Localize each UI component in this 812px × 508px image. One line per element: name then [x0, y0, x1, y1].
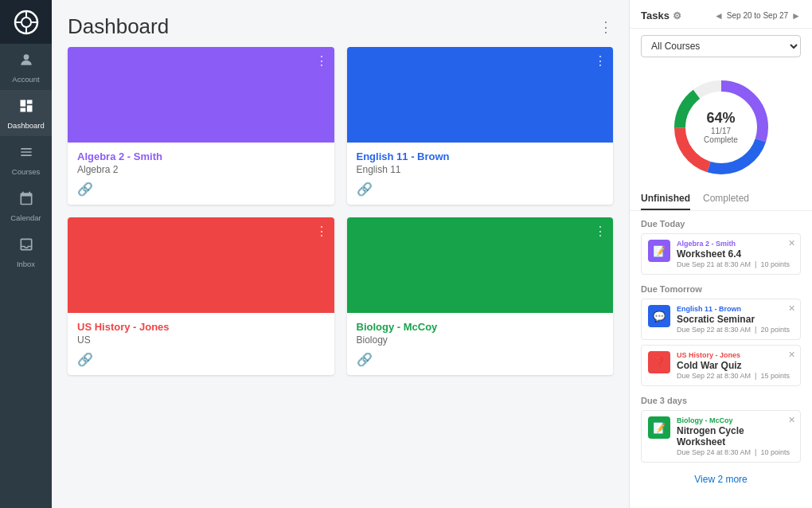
course-name-algebra: Algebra 2 - Smith: [77, 150, 325, 162]
main-content: Dashboard ⋮ ⋮ Algebra 2 - Smith Algebra …: [52, 0, 629, 508]
task-item-coldwar: ❓ US History - Jones Cold War Quiz Due S…: [641, 345, 801, 386]
course-subtitle-algebra: Algebra 2: [77, 164, 325, 175]
task-close-nitrogen[interactable]: ✕: [788, 415, 795, 425]
task-item-nitrogen: 📝 Biology - McCoy Nitrogen Cycle Workshe…: [641, 410, 801, 463]
course-name-biology: Biology - McCoy: [357, 321, 604, 333]
tasks-header: Tasks ⚙ ◄ Sep 20 to Sep 27 ►: [630, 0, 812, 29]
task-course-english: English 11 - Brown: [677, 305, 794, 313]
svg-point-6: [23, 54, 29, 60]
course-subtitle-biology: Biology: [357, 334, 604, 346]
donut-center-text: 64% 11/17 Complete: [704, 110, 738, 144]
donut-chart-container: 64% 11/17 Complete: [630, 64, 812, 190]
sidebar-item-dashboard-label: Dashboard: [7, 121, 44, 130]
page-title: Dashboard: [68, 14, 169, 39]
course-image-biology: ⋮: [347, 217, 614, 313]
due-tomorrow-label: Due Tomorrow: [641, 284, 801, 294]
task-title-coldwar: Cold War Quiz: [677, 360, 794, 371]
course-menu-english[interactable]: ⋮: [594, 53, 607, 68]
course-body-biology: Biology - McCoy Biology 🔗: [347, 313, 614, 375]
course-image-algebra: ⋮: [68, 47, 334, 143]
due-today-section: Due Today 📝 Algebra 2 - Smith Worksheet …: [630, 214, 812, 279]
donut-percent: 64%: [704, 110, 738, 127]
course-body-history: US History - Jones US 🔗: [68, 313, 334, 375]
course-image-history: ⋮: [68, 217, 334, 313]
courses-icon: [18, 144, 34, 164]
tasks-date-nav: ◄ Sep 20 to Sep 27 ►: [714, 10, 801, 21]
course-card-history[interactable]: ⋮ US History - Jones US 🔗: [68, 217, 334, 375]
course-body-algebra: Algebra 2 - Smith Algebra 2 🔗: [68, 143, 334, 205]
svg-point-1: [21, 18, 31, 27]
inbox-icon: [18, 236, 34, 256]
task-item-worksheet: 📝 Algebra 2 - Smith Worksheet 6.4 Due Se…: [641, 233, 801, 275]
course-link-icon-history: 🔗: [77, 352, 325, 367]
tasks-label: Tasks: [641, 10, 670, 21]
sidebar-item-account-label: Account: [12, 75, 39, 84]
task-content-nitrogen: Biology - McCoy Nitrogen Cycle Worksheet…: [677, 416, 794, 456]
sidebar: Account Dashboard Courses Calendar Inbox: [0, 0, 52, 508]
course-menu-biology[interactable]: ⋮: [594, 224, 607, 239]
calendar-icon: [18, 190, 34, 210]
task-title-socratic: Socratic Seminar: [677, 314, 794, 325]
course-name-english: English 11 - Brown: [357, 150, 604, 162]
dashboard-icon: [18, 98, 34, 118]
tasks-prev-arrow[interactable]: ◄: [714, 10, 724, 21]
course-link-icon-english: 🔗: [357, 182, 604, 197]
course-link-icon-biology: 🔗: [357, 352, 604, 367]
view-more-link[interactable]: View 2 more: [630, 467, 812, 491]
course-link-icon-algebra: 🔗: [77, 182, 325, 197]
task-icon-english: 💬: [648, 305, 670, 327]
task-icon-algebra: 📝: [648, 240, 670, 262]
courses-grid: ⋮ Algebra 2 - Smith Algebra 2 🔗 ⋮ Englis…: [52, 47, 629, 391]
task-meta-socratic: Due Sep 22 at 8:30 AM | 20 points: [677, 326, 794, 334]
task-close-worksheet[interactable]: ✕: [788, 238, 795, 248]
task-meta-coldwar: Due Sep 22 at 8:30 AM | 15 points: [677, 372, 794, 380]
task-close-socratic[interactable]: ✕: [788, 303, 795, 314]
task-content-coldwar: US History - Jones Cold War Quiz Due Sep…: [677, 351, 794, 380]
course-body-english: English 11 - Brown English 11 🔗: [347, 143, 614, 205]
sidebar-item-account[interactable]: Account: [0, 44, 52, 90]
task-meta-worksheet: Due Sep 21 at 8:30 AM | 10 points: [677, 260, 794, 268]
task-icon-biology: 📝: [648, 416, 670, 439]
task-close-coldwar[interactable]: ✕: [788, 350, 795, 360]
sidebar-item-inbox-label: Inbox: [17, 260, 35, 268]
course-subtitle-history: US: [77, 334, 325, 346]
course-card-biology[interactable]: ⋮ Biology - McCoy Biology 🔗: [347, 217, 614, 375]
tab-unfinished[interactable]: Unfinished: [641, 193, 690, 210]
header-more-icon[interactable]: ⋮: [599, 18, 613, 36]
sidebar-item-calendar[interactable]: Calendar: [0, 182, 52, 229]
sidebar-item-calendar-label: Calendar: [10, 213, 41, 222]
donut-label: Complete: [704, 135, 738, 144]
donut-fraction: 11/17: [704, 127, 738, 135]
sidebar-item-inbox[interactable]: Inbox: [0, 229, 52, 275]
task-tabs: Unfinished Completed: [630, 190, 812, 211]
due-3days-label: Due 3 days: [641, 396, 801, 405]
task-content-worksheet: Algebra 2 - Smith Worksheet 6.4 Due Sep …: [677, 240, 794, 268]
task-meta-nitrogen: Due Sep 24 at 8:30 AM | 10 points: [677, 448, 794, 456]
tasks-filter-select[interactable]: All Courses Algebra 2 English 11 US Hist…: [641, 35, 801, 57]
tasks-next-arrow[interactable]: ►: [791, 10, 801, 21]
tasks-gear-icon[interactable]: ⚙: [673, 10, 681, 21]
page-header: Dashboard ⋮: [52, 0, 629, 47]
due-tomorrow-section: Due Tomorrow 💬 English 11 - Brown Socrat…: [630, 279, 812, 391]
tasks-filter[interactable]: All Courses Algebra 2 English 11 US Hist…: [641, 35, 801, 57]
task-course-algebra: Algebra 2 - Smith: [677, 240, 794, 248]
task-content-socratic: English 11 - Brown Socratic Seminar Due …: [677, 305, 794, 334]
tab-completed[interactable]: Completed: [703, 193, 749, 210]
course-subtitle-english: English 11: [357, 164, 604, 175]
task-item-socratic: 💬 English 11 - Brown Socratic Seminar Du…: [641, 299, 801, 340]
course-card-english[interactable]: ⋮ English 11 - Brown English 11 🔗: [347, 47, 614, 205]
account-icon: [18, 52, 34, 72]
course-name-history: US History - Jones: [77, 321, 325, 333]
sidebar-item-courses[interactable]: Courses: [0, 136, 52, 182]
course-image-english: ⋮: [347, 47, 614, 143]
due-today-label: Due Today: [641, 219, 801, 229]
course-menu-algebra[interactable]: ⋮: [315, 53, 328, 68]
tasks-date-range: Sep 20 to Sep 27: [727, 11, 788, 20]
sidebar-item-dashboard[interactable]: Dashboard: [0, 90, 52, 136]
course-menu-history[interactable]: ⋮: [315, 224, 328, 239]
task-title-nitrogen: Nitrogen Cycle Worksheet: [677, 425, 794, 447]
tasks-panel: Tasks ⚙ ◄ Sep 20 to Sep 27 ► All Courses…: [629, 0, 812, 508]
task-course-history: US History - Jones: [677, 351, 794, 359]
due-3days-section: Due 3 days 📝 Biology - McCoy Nitrogen Cy…: [630, 391, 812, 467]
course-card-algebra[interactable]: ⋮ Algebra 2 - Smith Algebra 2 🔗: [68, 47, 334, 205]
